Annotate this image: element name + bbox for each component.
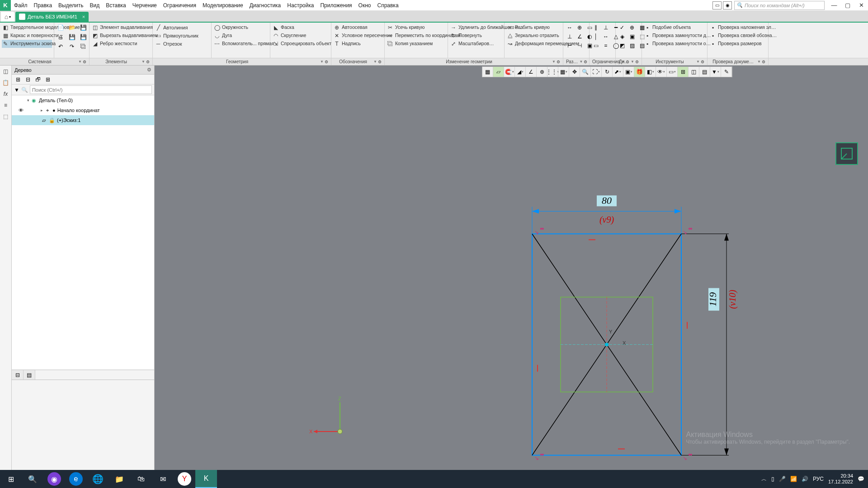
tb-kompas[interactable]: K	[195, 470, 217, 488]
tb-yandex[interactable]: Y	[178, 472, 191, 486]
cmd-Автоосевая[interactable]: ⊕Автоосевая	[333, 23, 382, 32]
cmd-Проверка нал[interactable]: ▪Проверка наложения эл…	[709, 23, 766, 32]
menu-Вид[interactable]: Вид	[86, 0, 103, 11]
home-tab[interactable]: ▾	[1, 12, 14, 22]
cmd-Проверка зам[interactable]: ▪Проверка замкнутости д…	[644, 32, 705, 40]
cmd-Подобие объе[interactable]: ▪Подобие объекта	[644, 23, 705, 32]
visibility-icon[interactable]: 👁	[16, 108, 25, 113]
tray-volume-icon[interactable]: 🔊	[802, 476, 808, 482]
menu-Справка[interactable]: Справка	[374, 0, 401, 11]
tb-mail[interactable]: ✉	[152, 470, 174, 488]
cmd-Надпись[interactable]: TНадпись	[333, 40, 382, 48]
cmd-Отрезок[interactable]: ─Отрезок	[155, 40, 209, 48]
menu-Приложения[interactable]: Приложения	[317, 0, 355, 11]
cmd-Прямоугольни[interactable]: ▭Прямоугольник	[155, 32, 209, 40]
cmd-Копия указан[interactable]: ⿻Копия указанием	[387, 40, 446, 48]
tab-tree-icon[interactable]: ⊟	[12, 370, 24, 380]
ribbon-section-4[interactable]: Изменение геометрии▼⚙	[385, 58, 563, 65]
command-search[interactable]: 🔍Поиск по командам (Alt+/)	[734, 1, 825, 10]
gear-icon[interactable]: ⚙	[147, 67, 151, 73]
cmd-Спроецироват[interactable]: ⇲Спроецировать объект	[272, 40, 329, 48]
tree-filter-icon[interactable]: 🗗	[34, 75, 42, 84]
tb-chrome[interactable]: 🌐	[87, 470, 108, 488]
menu-Настройка[interactable]: Настройка	[284, 0, 317, 11]
minimize-button[interactable]: —	[827, 0, 841, 11]
menu-Правка[interactable]: Правка	[31, 0, 56, 11]
cmd-Усечь кривую[interactable]: ✂Усечь кривую	[387, 23, 446, 32]
undo-icon[interactable]: ↶	[56, 42, 65, 51]
cmd-Автолиния[interactable]: ╱Автолиния	[155, 23, 209, 32]
rail-layers-icon[interactable]: ⬚	[1, 112, 10, 121]
search-icon[interactable]: 🔍	[22, 470, 43, 488]
save-icon[interactable]: 💾	[79, 23, 88, 32]
cmd-Зеркально от[interactable]: ⧋Зеркально отразить	[506, 32, 561, 40]
filter-icon[interactable]: ▼	[14, 87, 19, 93]
print-icon[interactable]: 🖨	[56, 33, 65, 41]
rail-fx-icon[interactable]: fx	[1, 89, 10, 99]
layout-icon[interactable]: ▭	[712, 1, 722, 9]
cmd-Скругление[interactable]: ◠Скругление	[272, 32, 329, 40]
start-button[interactable]: ⊞	[0, 470, 22, 488]
tb-explorer[interactable]: 📁	[108, 470, 130, 488]
menu-Файл[interactable]: Файл	[11, 0, 31, 11]
canvas[interactable]: ▦ ▱ 🧲 ◢ ∠ ⊕ ⋮⋮ ▦ ✥ 🔍 ⛶ ↻ ⬈ ▣ 🎁 ◧ 👁 ▭ ⊞ ◫…	[155, 66, 868, 470]
copy-icon[interactable]: ⿻	[79, 42, 88, 51]
ribbon-section-3[interactable]: Обозначения▼⚙	[331, 58, 385, 65]
cmd-Переместить [interactable]: ↔Переместить по координатам	[387, 32, 446, 40]
rail-list-icon[interactable]: ≡	[1, 101, 10, 110]
tray-lang[interactable]: РУС	[813, 476, 824, 482]
tb-app1[interactable]: ◉	[47, 472, 61, 486]
ribbon-section-6[interactable]: Ограничения▼⚙	[590, 58, 616, 65]
tree-expand-icon[interactable]: ⊞	[14, 75, 22, 84]
ribbon-section-8[interactable]: Инструменты▼⚙	[642, 58, 708, 65]
dim-icon[interactable]: ↔	[565, 23, 574, 32]
tray-wifi-icon[interactable]: 📶	[790, 476, 797, 482]
cmd-Проверка зам[interactable]: ▪Проверка замкнутости о…	[644, 40, 705, 48]
app-icon[interactable]: K	[0, 0, 11, 11]
cmd-Окружность[interactable]: ◯Окружность	[213, 23, 268, 32]
ribbon-section-5[interactable]: Раз…▼⚙	[563, 58, 590, 65]
maximize-button[interactable]: ▢	[841, 0, 854, 11]
cmd-Проверка раз[interactable]: ▪Проверка размеров	[709, 40, 766, 48]
cmd-Фаска[interactable]: ◣Фаска	[272, 23, 329, 32]
tray-battery-icon[interactable]: ▯	[771, 476, 774, 482]
tray-clock[interactable]: 20:3417.12.2022	[828, 473, 853, 484]
cmd-Проверка свя[interactable]: ▪Проверка связей обозна…	[709, 32, 766, 40]
tray-notifications-icon[interactable]: 💬	[858, 476, 864, 482]
menu-Моделирование[interactable]: Моделирование	[199, 0, 246, 11]
tab-props-icon[interactable]: ▤	[24, 370, 35, 380]
rail-tree-icon[interactable]: ◫	[1, 67, 10, 76]
tree-grid-icon[interactable]: ⊞	[44, 75, 52, 84]
tree-collapse-icon[interactable]: ⊟	[24, 75, 32, 84]
cmd-Твердотельно[interactable]: ◧Твердотельное моделирование	[2, 23, 52, 32]
ribbon-section-0[interactable]: Системная▼⚙	[0, 58, 90, 65]
tb-store[interactable]: 🛍	[130, 470, 152, 488]
tree-search-input[interactable]	[30, 85, 152, 94]
tray-mic-icon[interactable]: 🎤	[779, 476, 786, 482]
new-icon[interactable]: 📄	[56, 23, 65, 32]
tree-origin[interactable]: 👁 ▸ ⌖ ● Начало координат	[12, 105, 154, 115]
ribbon-section-9[interactable]: Проверка докуме…▼⚙	[708, 58, 769, 65]
menu-Выделить[interactable]: Выделить	[55, 0, 86, 11]
cmd-Каркас и пов[interactable]: ▦Каркас и поверхности	[2, 32, 52, 40]
cmd-Деформация п[interactable]: ↝Деформация перемещением	[506, 40, 561, 48]
cmd-Элемент выда[interactable]: ◫Элемент выдавливания	[91, 23, 151, 32]
menu-Диагностика[interactable]: Диагностика	[246, 0, 284, 11]
redo-icon[interactable]: ↷	[67, 42, 76, 51]
cmd-Вырезать выд[interactable]: ◩Вырезать выдавливанием	[91, 32, 151, 40]
close-button[interactable]: ✕	[854, 0, 868, 11]
cmd-Дуга[interactable]: ◡Дуга	[213, 32, 268, 40]
ribbon-section-7[interactable]: Ди…▼⚙	[616, 58, 642, 65]
cmd-Повернуть[interactable]: ↻Повернуть	[450, 32, 502, 40]
tree-root[interactable]: ▾ ◉ Деталь (Тел-0)	[12, 95, 154, 105]
save-as-icon[interactable]: 💾	[67, 33, 76, 41]
open-icon[interactable]: 📂	[67, 23, 76, 32]
cmd-Масштабиров…[interactable]: ⤢Масштабиров…	[450, 40, 502, 48]
menu-Окно[interactable]: Окно	[355, 0, 374, 11]
cmd-Условное пер[interactable]: ✕Условное пересечение	[333, 32, 382, 40]
tree-sketch[interactable]: ▱ 🔒 (+)Эскиз:1	[12, 115, 154, 125]
cmd-Разбить крив[interactable]: ⤫Разбить кривую	[506, 23, 561, 32]
tab-close-icon[interactable]: ×	[82, 14, 85, 19]
tray-chevron-icon[interactable]: ︿	[761, 475, 767, 483]
ribbon-section-1[interactable]: Элементы▼⚙	[90, 58, 153, 65]
